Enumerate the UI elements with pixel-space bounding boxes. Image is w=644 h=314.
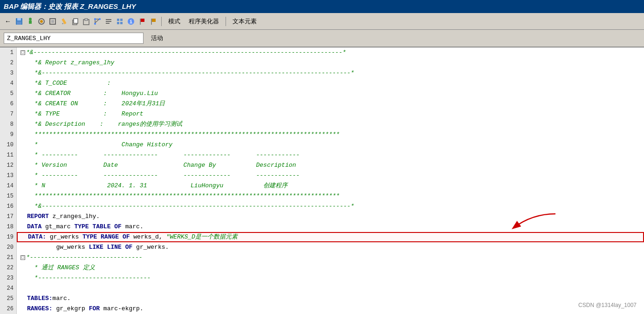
line-num-18: 18 [0, 222, 16, 232]
line13-content: * ---------- --------------- -----------… [27, 171, 300, 181]
line9-content: ****************************************… [27, 130, 340, 140]
branch-icon[interactable] [92, 16, 103, 27]
line20-var4: gr_werks. [132, 242, 169, 253]
line25-keyword: TABLES: [27, 294, 53, 304]
list-icon[interactable] [103, 16, 114, 27]
line-num-2: 2 [0, 58, 16, 68]
line23-content: *------------------------------- [27, 273, 151, 283]
menu-beautifier[interactable]: 程序美化器 [185, 16, 223, 27]
line19-var3 [119, 232, 123, 242]
program-name-input[interactable] [4, 33, 144, 44]
svg-rect-21 [106, 19, 111, 20]
code-line-14: * N 2024. 1. 31 LiuHongyu 创建程序 [17, 181, 644, 191]
svg-rect-26 [117, 22, 119, 24]
line12-content: * Version Date Change By Description [27, 160, 296, 171]
line-num-24: 24 [0, 283, 16, 294]
line-num-16: 16 [0, 201, 16, 212]
line-num-26: 26 [0, 304, 16, 314]
title-text: BAP 编辑器：史改 报表 Z_RANGES_LHY [4, 2, 136, 11]
line-num-19: 19 [0, 232, 16, 242]
circle-icon[interactable] [36, 16, 47, 27]
line3-content: *&--------------------------------------… [27, 68, 354, 78]
line19-keyword2: TYPE [82, 232, 97, 242]
line17-var: z_ranges_lhy. [49, 212, 100, 222]
svg-line-20 [95, 20, 99, 23]
line26-keyword1: RANGES: [27, 304, 53, 314]
code-area[interactable]: □ *&------------------------------------… [17, 48, 644, 314]
line19-keyword4: OF [123, 232, 130, 242]
fold-icon-1[interactable]: □ [21, 50, 25, 55]
code-line-13: * ---------- --------------- -----------… [17, 171, 644, 181]
line-num-7: 7 [0, 109, 16, 119]
list2-icon[interactable] [115, 16, 125, 27]
flag2-icon[interactable] [148, 16, 158, 27]
title-bar: BAP 编辑器：史改 报表 Z_RANGES_LHY [0, 0, 644, 13]
line-numbers: 1 2 3 4 5 6 7 8 9 10 11 12 13 14 15 16 1… [0, 48, 17, 314]
program-status: 活动 [151, 34, 163, 42]
code-line-10: * Change History [17, 140, 644, 150]
copy-icon[interactable] [70, 16, 80, 27]
line-num-23: 23 [0, 273, 16, 283]
line-num-11: 11 [0, 150, 16, 160]
code-line-8: *& Description : ranges的使用学习测试 [17, 119, 644, 130]
back-icon[interactable]: ← [3, 16, 13, 27]
line18-var3 [110, 222, 114, 232]
line-num-12: 12 [0, 160, 16, 171]
code-line-17: REPORT z_ranges_lhy. [17, 212, 644, 222]
svg-rect-12 [74, 19, 78, 23]
line-num-21: 21 [0, 253, 16, 263]
line19-keyword1: DATA: [28, 232, 46, 242]
svg-marker-10 [62, 23, 64, 24]
code-line-24 [17, 283, 644, 294]
line19-var1: gr_werks [46, 232, 82, 242]
line-num-20: 20 [0, 242, 16, 253]
code-line-5: *& CREATOR : Hongyu.Liu [17, 89, 644, 99]
line26-var1: gr_ekgrp [53, 304, 89, 314]
line15-content: ****************************************… [27, 191, 340, 201]
svg-point-17 [94, 23, 96, 25]
line-num-13: 13 [0, 171, 16, 181]
line-num-1: 1 [0, 48, 16, 58]
line18-var1: gt_marc [41, 222, 74, 232]
menu-mode[interactable]: 模式 [164, 16, 184, 27]
watermark-text: CSDN @1314lay_1007 [578, 302, 637, 308]
toolbar: ← i 模式 程序美化器 文本元素 [0, 13, 644, 30]
line16-content: *&--------------------------------------… [27, 201, 354, 212]
code-line-12: * Version Date Change By Description [17, 160, 644, 171]
code-line-6: *& CREATE ON : 2024年1月31日 [17, 99, 644, 109]
line22-content: * 通过 RANGES 定义 [27, 263, 95, 273]
line18-keyword4: OF [114, 222, 122, 232]
save-icon[interactable] [14, 16, 24, 27]
menu-text-elements[interactable]: 文本元素 [229, 16, 260, 27]
separator1 [161, 17, 162, 26]
svg-rect-23 [106, 23, 110, 24]
code-line-26: RANGES: gr_ekgrp FOR marc-ekgrp. [17, 304, 644, 314]
svg-point-3 [29, 18, 32, 20]
code-line-9: ****************************************… [17, 130, 644, 140]
svg-point-6 [40, 20, 43, 23]
editor: 1 2 3 4 5 6 7 8 9 10 11 12 13 14 15 16 1… [0, 48, 644, 314]
line18-keyword3: TABLE [92, 222, 110, 232]
line4-content: *& T_CODE : [27, 78, 110, 89]
code-line-22: * 通过 RANGES 定义 [17, 263, 644, 273]
line-num-8: 8 [0, 119, 16, 130]
pencil-icon[interactable] [59, 16, 69, 27]
fold-icon-21[interactable]: □ [21, 255, 25, 260]
line26-var2: marc-ekgrp. [100, 304, 144, 314]
tree-icon[interactable] [25, 16, 35, 27]
watermark: CSDN @1314lay_1007 [578, 300, 637, 310]
line20-var3 [122, 242, 125, 253]
svg-rect-27 [120, 22, 123, 24]
code-line-15: ****************************************… [17, 191, 644, 201]
paste-icon[interactable] [81, 16, 91, 27]
svg-point-16 [99, 18, 101, 20]
code-line-18: DATA gt_marc TYPE TABLE OF marc. [17, 222, 644, 232]
box-icon[interactable] [48, 16, 58, 27]
line20-var2 [103, 242, 107, 253]
code-line-23: *------------------------------- [17, 273, 644, 283]
svg-rect-4 [29, 20, 32, 24]
line-num-25: 25 [0, 294, 16, 304]
line20-keyword2: LINE [107, 242, 122, 253]
info-icon[interactable]: i [126, 16, 136, 27]
flag1-icon[interactable] [137, 16, 147, 27]
